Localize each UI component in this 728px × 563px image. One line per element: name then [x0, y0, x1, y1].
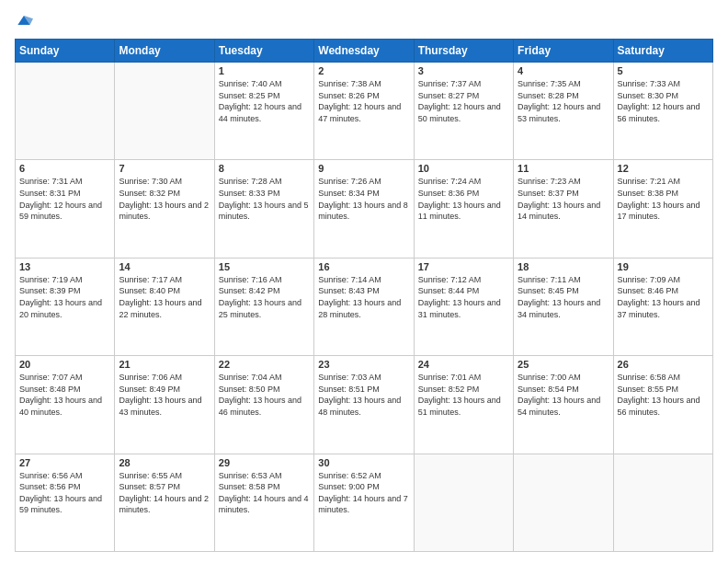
day-number: 19: [618, 261, 709, 272]
day-info: Sunrise: 6:53 AMSunset: 8:58 PMDaylight:…: [219, 470, 310, 516]
day-info: Sunrise: 6:52 AMSunset: 9:00 PMDaylight:…: [318, 470, 409, 516]
weekday-header: Monday: [115, 40, 214, 63]
calendar-day-cell: 3Sunrise: 7:37 AMSunset: 8:27 PMDaylight…: [414, 63, 513, 160]
calendar-day-cell: 9Sunrise: 7:26 AMSunset: 8:34 PMDaylight…: [314, 160, 414, 258]
day-info: Sunrise: 7:30 AMSunset: 8:32 PMDaylight:…: [119, 176, 210, 222]
day-number: 5: [618, 65, 709, 76]
calendar-day-cell: 10Sunrise: 7:24 AMSunset: 8:36 PMDayligh…: [414, 160, 513, 258]
day-number: 25: [518, 359, 609, 370]
day-info: Sunrise: 6:58 AMSunset: 8:55 PMDaylight:…: [618, 372, 709, 418]
day-info: Sunrise: 7:04 AMSunset: 8:50 PMDaylight:…: [219, 372, 310, 418]
calendar-day-cell: 12Sunrise: 7:21 AMSunset: 8:38 PMDayligh…: [613, 160, 712, 258]
day-info: Sunrise: 7:35 AMSunset: 8:28 PMDaylight:…: [518, 78, 609, 124]
calendar-day-cell: 26Sunrise: 6:58 AMSunset: 8:55 PMDayligh…: [613, 356, 712, 454]
calendar-day-cell: [414, 454, 513, 551]
calendar-header-row: SundayMondayTuesdayWednesdayThursdayFrid…: [16, 40, 713, 63]
calendar-day-cell: 30Sunrise: 6:52 AMSunset: 9:00 PMDayligh…: [314, 454, 414, 551]
day-number: 18: [518, 261, 609, 272]
calendar-week-row: 27Sunrise: 6:56 AMSunset: 8:56 PMDayligh…: [16, 454, 713, 551]
calendar-day-cell: 20Sunrise: 7:07 AMSunset: 8:48 PMDayligh…: [16, 356, 115, 454]
day-number: 23: [318, 359, 409, 370]
calendar-day-cell: 14Sunrise: 7:17 AMSunset: 8:40 PMDayligh…: [115, 258, 214, 355]
calendar-day-cell: [115, 63, 214, 160]
day-number: 13: [19, 261, 110, 272]
day-number: 16: [318, 261, 409, 272]
calendar-day-cell: 21Sunrise: 7:06 AMSunset: 8:49 PMDayligh…: [115, 356, 214, 454]
day-number: 4: [518, 65, 609, 76]
day-number: 2: [318, 65, 409, 76]
calendar-day-cell: 24Sunrise: 7:01 AMSunset: 8:52 PMDayligh…: [414, 356, 513, 454]
day-info: Sunrise: 7:37 AMSunset: 8:27 PMDaylight:…: [418, 78, 509, 124]
day-info: Sunrise: 6:55 AMSunset: 8:57 PMDaylight:…: [119, 470, 210, 516]
calendar-day-cell: 8Sunrise: 7:28 AMSunset: 8:33 PMDaylight…: [214, 160, 313, 258]
calendar-table: SundayMondayTuesdayWednesdayThursdayFrid…: [15, 39, 713, 552]
calendar-day-cell: 11Sunrise: 7:23 AMSunset: 8:37 PMDayligh…: [514, 160, 613, 258]
day-info: Sunrise: 7:26 AMSunset: 8:34 PMDaylight:…: [318, 176, 409, 222]
calendar-day-cell: 28Sunrise: 6:55 AMSunset: 8:57 PMDayligh…: [115, 454, 214, 551]
day-info: Sunrise: 7:06 AMSunset: 8:49 PMDaylight:…: [119, 372, 210, 418]
calendar-day-cell: [16, 63, 115, 160]
day-info: Sunrise: 7:33 AMSunset: 8:30 PMDaylight:…: [618, 78, 709, 124]
day-number: 10: [418, 163, 509, 174]
calendar-week-row: 13Sunrise: 7:19 AMSunset: 8:39 PMDayligh…: [16, 258, 713, 355]
calendar-day-cell: 16Sunrise: 7:14 AMSunset: 8:43 PMDayligh…: [314, 258, 414, 355]
day-number: 3: [418, 65, 509, 76]
day-number: 14: [119, 261, 210, 272]
day-number: 11: [518, 163, 609, 174]
calendar-day-cell: [514, 454, 613, 551]
logo-icon: [15, 11, 33, 29]
day-number: 27: [19, 457, 110, 468]
day-number: 8: [219, 163, 310, 174]
day-info: Sunrise: 7:09 AMSunset: 8:46 PMDaylight:…: [618, 274, 709, 320]
day-number: 7: [119, 163, 210, 174]
day-number: 26: [618, 359, 709, 370]
calendar-day-cell: 13Sunrise: 7:19 AMSunset: 8:39 PMDayligh…: [16, 258, 115, 355]
day-number: 24: [418, 359, 509, 370]
day-info: Sunrise: 7:07 AMSunset: 8:48 PMDaylight:…: [19, 372, 110, 418]
logo: [15, 11, 37, 29]
calendar-day-cell: 6Sunrise: 7:31 AMSunset: 8:31 PMDaylight…: [16, 160, 115, 258]
day-info: Sunrise: 7:17 AMSunset: 8:40 PMDaylight:…: [119, 274, 210, 320]
page: SundayMondayTuesdayWednesdayThursdayFrid…: [0, 0, 728, 563]
weekday-header: Wednesday: [314, 40, 414, 63]
day-number: 6: [19, 163, 110, 174]
day-info: Sunrise: 7:40 AMSunset: 8:25 PMDaylight:…: [219, 78, 310, 124]
day-number: 15: [219, 261, 310, 272]
day-number: 30: [318, 457, 409, 468]
day-number: 22: [219, 359, 310, 370]
day-number: 1: [219, 65, 310, 76]
calendar-day-cell: 4Sunrise: 7:35 AMSunset: 8:28 PMDaylight…: [514, 63, 613, 160]
weekday-header: Friday: [514, 40, 613, 63]
calendar-day-cell: 5Sunrise: 7:33 AMSunset: 8:30 PMDaylight…: [613, 63, 712, 160]
day-info: Sunrise: 7:11 AMSunset: 8:45 PMDaylight:…: [518, 274, 609, 320]
calendar-day-cell: 2Sunrise: 7:38 AMSunset: 8:26 PMDaylight…: [314, 63, 414, 160]
day-info: Sunrise: 7:19 AMSunset: 8:39 PMDaylight:…: [19, 274, 110, 320]
calendar-week-row: 1Sunrise: 7:40 AMSunset: 8:25 PMDaylight…: [16, 63, 713, 160]
day-info: Sunrise: 7:12 AMSunset: 8:44 PMDaylight:…: [418, 274, 509, 320]
day-info: Sunrise: 7:03 AMSunset: 8:51 PMDaylight:…: [318, 372, 409, 418]
day-number: 12: [618, 163, 709, 174]
day-info: Sunrise: 7:38 AMSunset: 8:26 PMDaylight:…: [318, 78, 409, 124]
calendar-week-row: 6Sunrise: 7:31 AMSunset: 8:31 PMDaylight…: [16, 160, 713, 258]
weekday-header: Saturday: [613, 40, 712, 63]
calendar-day-cell: 22Sunrise: 7:04 AMSunset: 8:50 PMDayligh…: [214, 356, 313, 454]
day-info: Sunrise: 7:14 AMSunset: 8:43 PMDaylight:…: [318, 274, 409, 320]
calendar-day-cell: 1Sunrise: 7:40 AMSunset: 8:25 PMDaylight…: [214, 63, 313, 160]
day-info: Sunrise: 6:56 AMSunset: 8:56 PMDaylight:…: [19, 470, 110, 516]
weekday-header: Sunday: [16, 40, 115, 63]
calendar-day-cell: 18Sunrise: 7:11 AMSunset: 8:45 PMDayligh…: [514, 258, 613, 355]
weekday-header: Thursday: [414, 40, 513, 63]
header: [15, 11, 713, 29]
weekday-header: Tuesday: [214, 40, 313, 63]
calendar-week-row: 20Sunrise: 7:07 AMSunset: 8:48 PMDayligh…: [16, 356, 713, 454]
day-number: 20: [19, 359, 110, 370]
calendar-day-cell: 27Sunrise: 6:56 AMSunset: 8:56 PMDayligh…: [16, 454, 115, 551]
day-number: 21: [119, 359, 210, 370]
calendar-day-cell: 23Sunrise: 7:03 AMSunset: 8:51 PMDayligh…: [314, 356, 414, 454]
calendar-day-cell: 19Sunrise: 7:09 AMSunset: 8:46 PMDayligh…: [613, 258, 712, 355]
day-number: 29: [219, 457, 310, 468]
day-info: Sunrise: 7:24 AMSunset: 8:36 PMDaylight:…: [418, 176, 509, 222]
day-info: Sunrise: 7:23 AMSunset: 8:37 PMDaylight:…: [518, 176, 609, 222]
day-info: Sunrise: 7:00 AMSunset: 8:54 PMDaylight:…: [518, 372, 609, 418]
day-info: Sunrise: 7:01 AMSunset: 8:52 PMDaylight:…: [418, 372, 509, 418]
